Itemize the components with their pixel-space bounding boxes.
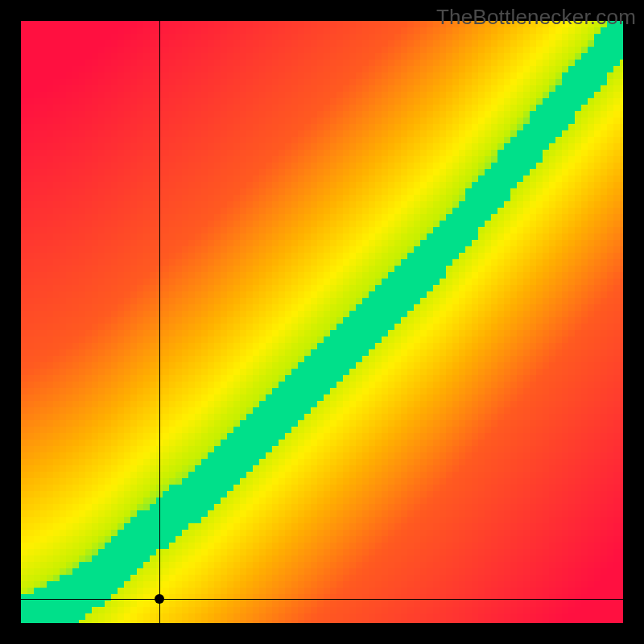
crosshair-horizontal xyxy=(21,599,623,600)
crosshair-vertical xyxy=(159,21,160,623)
watermark-text: TheBottlenecker.com xyxy=(436,5,636,30)
marker-dot xyxy=(155,594,164,604)
heatmap-canvas xyxy=(21,21,623,623)
heatmap-plot-area xyxy=(21,21,623,623)
